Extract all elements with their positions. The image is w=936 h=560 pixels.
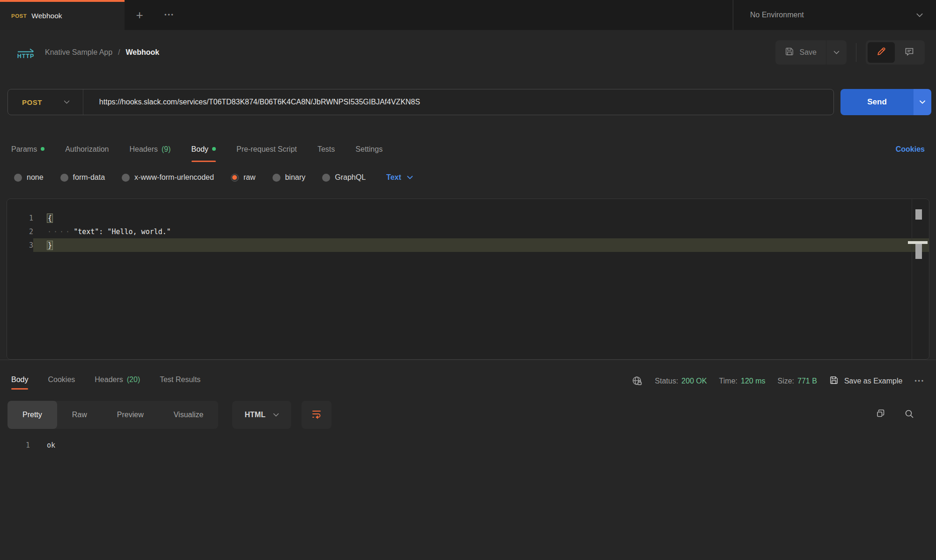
response-tab-test-results[interactable]: Test Results xyxy=(160,376,200,393)
save-as-example-label: Save as Example xyxy=(844,377,903,385)
tab-headers[interactable]: Headers (9) xyxy=(130,145,171,162)
view-raw[interactable]: Raw xyxy=(57,401,102,429)
editor-line-2[interactable]: 2 ····"text": "Hello, world." xyxy=(7,225,929,238)
radio-icon xyxy=(14,174,22,182)
environment-selector[interactable]: No Environment xyxy=(733,0,936,30)
comment-icon xyxy=(904,46,914,59)
editor-line-3-highlighted[interactable]: 3 } xyxy=(7,238,929,252)
tab-authorization-label: Authorization xyxy=(65,145,109,154)
method-selector-value[interactable]: POST xyxy=(8,98,64,106)
request-tab-webhook[interactable]: POST Webhook xyxy=(0,0,125,30)
tab-options-button[interactable]: ••• xyxy=(155,0,184,30)
radio-icon xyxy=(122,174,130,182)
view-pretty[interactable]: Pretty xyxy=(7,401,57,429)
request-header-row: HTTP Knative Sample App / Webhook Save xyxy=(0,30,936,75)
bodytype-none[interactable]: none xyxy=(14,173,44,182)
view-raw-label: Raw xyxy=(72,411,87,419)
scrollbar-mark[interactable] xyxy=(915,209,922,220)
save-icon xyxy=(829,376,839,387)
save-options-button[interactable] xyxy=(826,40,847,65)
body-type-row: none form-data x-www-form-urlencoded raw… xyxy=(0,164,936,191)
bodytype-binary[interactable]: binary xyxy=(273,173,306,182)
header-divider xyxy=(856,43,856,62)
status-pair: Status: 200 OK xyxy=(655,377,707,385)
request-body-editor[interactable]: 1 { 2 ····"text": "Hello, world." 3 } xyxy=(7,199,929,360)
tab-params-label: Params xyxy=(11,145,37,154)
view-visualize-label: Visualize xyxy=(174,411,204,419)
save-button[interactable]: Save xyxy=(775,40,826,65)
chevron-down-icon xyxy=(920,100,925,104)
response-tab-cookies[interactable]: Cookies xyxy=(48,376,75,393)
save-as-example-button[interactable]: Save as Example xyxy=(829,376,903,387)
tab-tests[interactable]: Tests xyxy=(317,145,335,162)
size-label: Size: xyxy=(777,377,794,385)
status-value: 200 OK xyxy=(681,377,707,385)
tab-pre-request-script[interactable]: Pre-request Script xyxy=(236,145,297,162)
tab-pre-request-script-label: Pre-request Script xyxy=(236,145,297,154)
bodytype-urlencoded-label: x-www-form-urlencoded xyxy=(134,173,214,182)
whitespace-dots: ···· xyxy=(47,228,72,236)
chevron-down-icon xyxy=(833,51,840,54)
tab-settings[interactable]: Settings xyxy=(355,145,383,162)
breadcrumb-request-name[interactable]: Webhook xyxy=(126,48,160,57)
line-number: 3 xyxy=(7,241,33,250)
radio-icon xyxy=(273,174,280,182)
bodytype-graphql-label: GraphQL xyxy=(335,173,366,182)
copy-icon xyxy=(875,409,885,421)
chevron-down-icon xyxy=(407,176,413,179)
bodytype-urlencoded[interactable]: x-www-form-urlencoded xyxy=(122,173,214,182)
url-input[interactable]: https://hooks.slack.com/services/T06TD83… xyxy=(83,98,420,106)
response-view-switcher: Pretty Raw Preview Visualize xyxy=(7,401,218,429)
view-preview[interactable]: Preview xyxy=(102,401,159,429)
wrap-text-button[interactable] xyxy=(302,401,332,429)
response-tab-body[interactable]: Body xyxy=(11,376,28,393)
response-meta: Status: 200 OK Time: 120 ms Size: 771 B … xyxy=(632,376,925,393)
response-tab-test-results-label: Test Results xyxy=(160,376,200,384)
url-bar: POST https://hooks.slack.com/services/T0… xyxy=(7,89,834,115)
tab-tests-label: Tests xyxy=(317,145,335,154)
time-pair: Time: 120 ms xyxy=(719,377,766,385)
tab-params[interactable]: Params xyxy=(11,145,44,162)
chevron-down-icon[interactable] xyxy=(64,100,70,104)
radio-icon xyxy=(60,174,68,182)
cookies-link[interactable]: Cookies xyxy=(896,145,925,162)
search-response-button[interactable] xyxy=(904,409,914,421)
request-tab-bar: POST Webhook + ••• No Environment xyxy=(0,0,936,30)
save-button-label: Save xyxy=(800,48,817,57)
network-lock-icon[interactable] xyxy=(632,376,643,387)
bodytype-raw-label: raw xyxy=(243,173,256,182)
size-value: 771 B xyxy=(797,377,817,385)
bodytype-raw[interactable]: raw xyxy=(231,173,256,182)
line-code: ····"text": "Hello, world." xyxy=(33,225,929,238)
bodytype-form-data[interactable]: form-data xyxy=(60,173,105,182)
edit-request-button[interactable] xyxy=(868,42,895,63)
tab-authorization[interactable]: Authorization xyxy=(65,145,109,162)
send-button-group: Send xyxy=(840,89,931,115)
request-tabs: Params Authorization Headers (9) Body Pr… xyxy=(0,115,936,162)
new-tab-button[interactable]: + xyxy=(125,0,155,30)
response-more-options-button[interactable]: ••• xyxy=(914,378,925,384)
view-visualize[interactable]: Visualize xyxy=(159,401,219,429)
response-body-viewer[interactable]: 1 ok xyxy=(0,429,936,449)
line-number: 1 xyxy=(7,214,33,222)
headers-count: (9) xyxy=(162,145,171,154)
copy-response-button[interactable] xyxy=(875,409,885,421)
send-options-button[interactable] xyxy=(914,89,931,115)
line-code: { xyxy=(33,211,929,225)
editor-line-1[interactable]: 1 { xyxy=(7,211,929,225)
send-button[interactable]: Send xyxy=(840,89,914,115)
breadcrumb-separator: / xyxy=(118,48,120,57)
raw-format-selector[interactable]: Text xyxy=(386,173,413,182)
breadcrumb-collection[interactable]: Knative Sample App xyxy=(45,48,112,57)
comments-button[interactable] xyxy=(896,42,923,63)
response-format-selector[interactable]: HTML xyxy=(232,401,291,429)
view-preview-label: Preview xyxy=(117,411,144,419)
tab-body[interactable]: Body xyxy=(192,145,216,162)
response-tab-headers[interactable]: Headers (20) xyxy=(95,376,140,393)
send-button-label: Send xyxy=(867,97,887,107)
response-tab-body-label: Body xyxy=(11,376,28,384)
tab-settings-label: Settings xyxy=(355,145,383,154)
more-options-icon: ••• xyxy=(164,12,175,18)
bodytype-graphql[interactable]: GraphQL xyxy=(322,173,366,182)
environment-label: No Environment xyxy=(750,11,804,19)
